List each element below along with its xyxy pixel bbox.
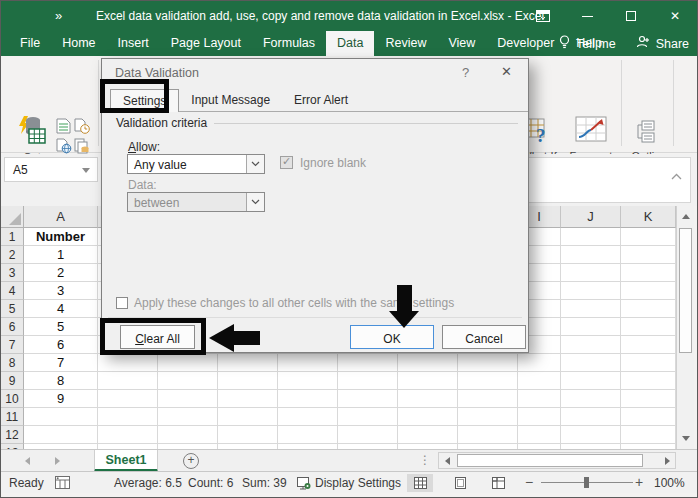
- cell-D12[interactable]: [218, 426, 278, 444]
- cell-E11[interactable]: [278, 408, 338, 426]
- cell-F8[interactable]: [338, 354, 398, 372]
- row-header-11[interactable]: 11: [1, 408, 24, 426]
- status-count[interactable]: Count: 6: [188, 476, 233, 490]
- menu-tab-file[interactable]: File: [9, 31, 51, 56]
- cell-C8[interactable]: [158, 354, 218, 372]
- from-web-icon[interactable]: [56, 138, 72, 154]
- menu-tab-insert[interactable]: Insert: [107, 31, 160, 56]
- cell-A9[interactable]: 8: [24, 372, 98, 390]
- cell-D11[interactable]: [218, 408, 278, 426]
- cell-K3[interactable]: [621, 264, 676, 282]
- cell-B11[interactable]: [98, 408, 158, 426]
- vertical-scrollbar[interactable]: [676, 206, 694, 449]
- cell-E12[interactable]: [278, 426, 338, 444]
- cell-A3[interactable]: 2: [24, 264, 98, 282]
- cell-H12[interactable]: [458, 426, 518, 444]
- data-dropdown-chevron-icon[interactable]: [246, 193, 264, 211]
- cell-B8[interactable]: [98, 354, 158, 372]
- select-all-button[interactable]: [1, 206, 24, 228]
- dialog-close-icon[interactable]: ✕: [501, 64, 512, 79]
- menu-tab-data[interactable]: Data: [326, 31, 374, 56]
- cell-K8[interactable]: [621, 354, 676, 372]
- prev-sheet-icon[interactable]: [25, 457, 30, 465]
- cell-A5[interactable]: 4: [24, 300, 98, 318]
- cell-J10[interactable]: [561, 390, 621, 408]
- name-box[interactable]: A5: [4, 157, 98, 182]
- ribbon-display-options-icon[interactable]: [521, 1, 565, 31]
- cell-A11[interactable]: [24, 408, 98, 426]
- cell-I11[interactable]: [518, 408, 561, 426]
- ok-button[interactable]: OK: [350, 325, 434, 349]
- allow-dropdown-chevron-icon[interactable]: [246, 155, 264, 173]
- ignore-blank-checkbox[interactable]: [280, 156, 293, 169]
- cancel-button[interactable]: Cancel: [442, 325, 526, 349]
- cell-J6[interactable]: [561, 318, 621, 336]
- cell-J2[interactable]: [561, 246, 621, 264]
- row-header-3[interactable]: 3: [1, 264, 24, 282]
- cell-G10[interactable]: [398, 390, 458, 408]
- zoom-slider-thumb[interactable]: [584, 477, 589, 488]
- cell-K12[interactable]: [621, 426, 676, 444]
- cell-G8[interactable]: [398, 354, 458, 372]
- cell-B12[interactable]: [98, 426, 158, 444]
- row-header-1[interactable]: 1: [1, 228, 24, 246]
- zoom-out-icon[interactable]: −: [525, 474, 533, 490]
- add-sheet-button[interactable]: +: [183, 453, 199, 469]
- cell-K6[interactable]: [621, 318, 676, 336]
- cell-K4[interactable]: [621, 282, 676, 300]
- cell-K7[interactable]: [621, 336, 676, 354]
- cell-B9[interactable]: [98, 372, 158, 390]
- menu-tab-page-layout[interactable]: Page Layout: [160, 31, 252, 56]
- cell-G9[interactable]: [398, 372, 458, 390]
- zoom-in-icon[interactable]: +: [635, 474, 643, 490]
- row-header-6[interactable]: 6: [1, 318, 24, 336]
- row-header-4[interactable]: 4: [1, 282, 24, 300]
- tell-me-label[interactable]: Tell me: [576, 37, 616, 51]
- cell-I8[interactable]: [518, 354, 561, 372]
- cell-K9[interactable]: [621, 372, 676, 390]
- maximize-button[interactable]: [609, 1, 653, 31]
- menu-tab-view[interactable]: View: [437, 31, 486, 56]
- cell-J9[interactable]: [561, 372, 621, 390]
- status-sum[interactable]: Sum: 39: [242, 476, 287, 490]
- cell-H11[interactable]: [458, 408, 518, 426]
- share-label[interactable]: Share: [656, 37, 689, 51]
- dialog-help-icon[interactable]: ?: [462, 65, 469, 80]
- cell-G12[interactable]: [398, 426, 458, 444]
- row-header-9[interactable]: 9: [1, 372, 24, 390]
- menu-tab-developer[interactable]: Developer: [486, 31, 565, 56]
- cell-K5[interactable]: [621, 300, 676, 318]
- cell-G11[interactable]: [398, 408, 458, 426]
- cell-J12[interactable]: [561, 426, 621, 444]
- display-settings-label[interactable]: Display Settings: [315, 476, 401, 490]
- recent-sources-icon[interactable]: [74, 118, 90, 134]
- menu-tab-home[interactable]: Home: [51, 31, 106, 56]
- cell-I9[interactable]: [518, 372, 561, 390]
- row-header-7[interactable]: 7: [1, 336, 24, 354]
- cell-D10[interactable]: [218, 390, 278, 408]
- cell-I10[interactable]: [518, 390, 561, 408]
- cell-F11[interactable]: [338, 408, 398, 426]
- cell-C10[interactable]: [158, 390, 218, 408]
- scroll-right-icon[interactable]: [659, 453, 675, 468]
- horizontal-scrollbar-thumb[interactable]: [457, 454, 643, 467]
- cell-H9[interactable]: [458, 372, 518, 390]
- cell-A2[interactable]: 1: [24, 246, 98, 264]
- status-average[interactable]: Average: 6.5: [114, 476, 182, 490]
- scroll-up-icon[interactable]: [678, 208, 694, 225]
- next-sheet-icon[interactable]: [55, 457, 60, 465]
- from-text-icon[interactable]: [56, 118, 72, 134]
- cell-J3[interactable]: [561, 264, 621, 282]
- sheet-tab-sheet1[interactable]: Sheet1: [94, 450, 158, 472]
- tab-input-message[interactable]: Input Message: [179, 89, 282, 112]
- menu-tab-review[interactable]: Review: [374, 31, 437, 56]
- horizontal-scrollbar[interactable]: [438, 452, 676, 469]
- cell-K1[interactable]: [621, 228, 676, 246]
- macro-record-icon[interactable]: [55, 476, 70, 492]
- cell-A10[interactable]: 9: [24, 390, 98, 408]
- page-break-preview-icon[interactable]: [485, 474, 511, 492]
- allow-dropdown[interactable]: Any value: [127, 154, 265, 174]
- cell-E9[interactable]: [278, 372, 338, 390]
- row-header-8[interactable]: 8: [1, 354, 24, 372]
- data-dropdown[interactable]: between: [127, 192, 265, 212]
